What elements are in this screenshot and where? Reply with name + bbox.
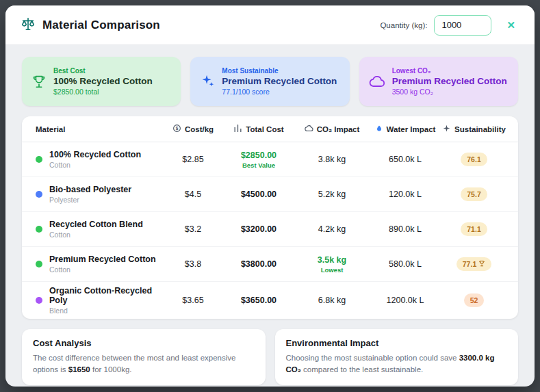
total-cost-value: $3650.00 [220,296,297,305]
sustainability-badge: 77.1 [457,257,491,271]
cost-per-kg-value: $4.5 [166,190,220,199]
table-row[interactable]: Organic Cotton-Recycled Poly Blend $3.65… [22,282,518,319]
column-sustainability: Sustainability [443,124,504,134]
insight-highlight: $1650 [68,365,90,374]
material-cell: Recycled Cotton Blend Cotton [36,220,166,239]
material-name: Recycled Cotton Blend [49,220,143,229]
cost-per-kg-value: $3.2 [166,224,220,234]
quantity-label: Quantity (kg): [380,21,427,29]
table-header: Material $ Cost/kg [22,116,518,142]
column-cost-per-kg: $ Cost/kg [166,124,220,134]
material-color-dot [36,156,42,163]
card-label: Best Cost [53,67,153,75]
insight-title: Cost Analysis [33,338,255,348]
material-cell: Organic Cotton-Recycled Poly Blend [36,286,166,315]
trophy-icon [478,260,485,268]
co2-value: 3.8k kg [297,155,367,164]
material-color-dot [36,191,42,198]
cloud-icon [305,124,313,134]
scale-icon [21,16,36,34]
insight-text: Choosing the most sustainable option cou… [286,352,508,376]
insight-title: Environmental Impact [286,338,508,348]
material-category: Polyester [49,196,131,204]
table-row[interactable]: Recycled Cotton Blend Cotton $3.2 $3200.… [22,212,518,247]
sustainability-badge: 71.1 [461,222,487,236]
card-material-name: 100% Recycled Cotton [53,76,153,86]
sustainability-cell: 52 [443,293,504,307]
card-label: Lowest CO₂ [392,67,507,75]
cost-analysis-card: Cost Analysis The cost difference betwee… [22,329,266,385]
lowest-co2-card: Lowest CO₂ Premium Recycled Cotton 3500 … [359,57,518,106]
page-title: Material Comparison [42,18,160,32]
water-value: 1200.0k L [367,296,443,305]
sustainability-badge: 76.1 [461,153,487,166]
insight-cards: Cost Analysis The cost difference betwee… [22,329,518,385]
total-cost-value: $2850.00 Best Value [220,151,297,169]
sparkles-icon [200,74,215,89]
material-category: Cotton [49,231,143,239]
card-material-name: Premium Recycled Cotton [222,76,337,86]
co2-value: 5.2k kg [297,190,367,199]
material-category: Cotton [49,265,156,274]
column-total-cost: Total Cost [220,124,297,134]
insight-text: The cost difference between the most and… [33,352,255,376]
water-value: 650.0k L [367,155,443,164]
card-material-name: Premium Recycled Cotton [392,76,507,86]
material-comparison-modal: Material Comparison Quantity (kg): ✕ Bes [5,5,535,387]
most-sustainable-card: Most Sustainable Premium Recycled Cotton… [190,57,349,106]
best-value-note: Best Value [220,161,297,169]
cost-per-kg-value: $2.85 [166,155,220,164]
water-value: 890.0k L [367,224,443,234]
water-value: 120.0k L [367,190,443,199]
column-water-impact: Water Impact [367,125,443,134]
total-cost-value: $3800.00 [220,259,297,269]
cost-per-kg-value: $3.65 [166,296,220,305]
sustainability-cell: 77.1 [443,257,504,271]
bar-chart-icon [233,124,242,134]
cost-per-kg-value: $3.8 [166,259,220,269]
table-row[interactable]: Bio-based Polyester Polyester $4.5 $4500… [22,177,518,212]
cloud-icon [369,73,385,90]
environmental-impact-card: Environmental Impact Choosing the most s… [275,329,519,385]
material-color-dot [36,261,42,267]
droplet-icon [375,125,383,134]
total-cost-value: $4500.00 [220,190,297,199]
sparkle-icon [442,124,451,134]
card-detail: 3500 kg CO₂ [392,88,507,96]
table-row[interactable]: 100% Recycled Cotton Cotton $2.85 $2850.… [22,142,518,177]
card-label: Most Sustainable [222,67,337,75]
column-material: Material [36,125,166,133]
table-row[interactable]: Premium Recycled Cotton Cotton $3.8 $380… [22,247,518,282]
card-detail: 77.1/100 score [222,88,337,96]
sustainability-badge: 52 [464,293,485,307]
material-name: 100% Recycled Cotton [49,150,141,159]
co2-value: 6.8k kg [297,296,367,305]
lowest-co2-note: Lowest [297,266,367,274]
material-cell: Bio-based Polyester Polyester [36,185,166,204]
comparison-table: Material $ Cost/kg [22,116,518,319]
total-cost-value: $3200.00 [220,224,297,234]
card-detail: $2850.00 total [53,88,153,96]
sustainability-cell: 76.1 [443,153,504,166]
material-color-dot [36,297,42,304]
modal-content: Best Cost 100% Recycled Cotton $2850.00 … [5,45,535,387]
trophy-icon [31,74,47,89]
material-color-dot [36,226,42,233]
material-name: Bio-based Polyester [49,185,131,194]
summary-cards: Best Cost 100% Recycled Cotton $2850.00 … [22,57,518,106]
material-cell: Premium Recycled Cotton Cotton [36,254,166,274]
close-button[interactable]: ✕ [502,17,519,33]
modal-header: Material Comparison Quantity (kg): ✕ [5,5,535,45]
sustainability-cell: 71.1 [443,222,504,236]
column-co2-impact: CO₂ Impact [297,124,367,134]
material-name: Organic Cotton-Recycled Poly [49,286,166,305]
co2-value: 4.2k kg [297,224,367,234]
close-icon: ✕ [506,19,515,31]
co2-value: 3.5k kg Lowest [297,255,367,274]
quantity-input[interactable] [434,15,491,36]
svg-text:$: $ [176,126,179,131]
coin-icon: $ [172,124,181,134]
sustainability-badge: 75.7 [461,187,487,201]
best-cost-card: Best Cost 100% Recycled Cotton $2850.00 … [22,57,181,106]
material-cell: 100% Recycled Cotton Cotton [36,150,166,169]
